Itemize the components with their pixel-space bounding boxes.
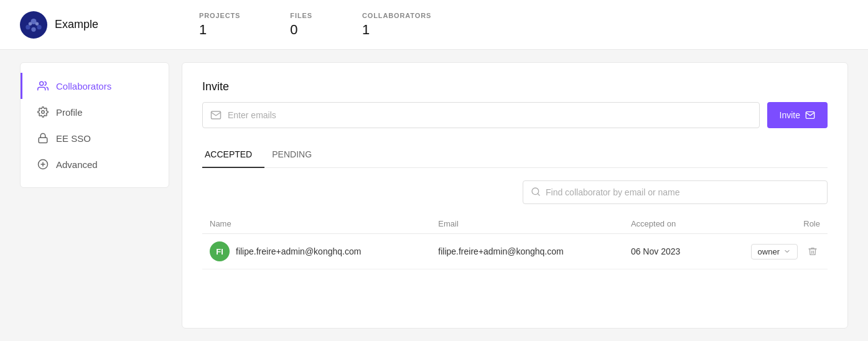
cell-name: FI filipe.freire+admin@konghq.com — [202, 234, 431, 269]
invite-input-wrap — [202, 102, 760, 128]
svg-point-4 — [31, 27, 35, 31]
invite-button-label: Invite — [780, 110, 800, 120]
sidebar-label-profile: Profile — [56, 107, 83, 118]
org-avatar — [20, 11, 47, 39]
sidebar-label-advanced: Advanced — [56, 159, 98, 170]
sidebar-item-advanced[interactable]: Advanced — [21, 151, 169, 177]
mail-icon — [210, 110, 222, 121]
sidebar-item-profile[interactable]: Profile — [21, 99, 169, 125]
svg-point-2 — [26, 25, 30, 29]
invite-title: Invite — [202, 80, 828, 93]
search-input[interactable] — [546, 187, 819, 197]
col-role: Role — [712, 214, 828, 234]
svg-point-3 — [37, 25, 41, 29]
stat-files: FILES 0 — [290, 12, 312, 38]
org-name: Example — [55, 18, 98, 31]
stat-projects-value: 1 — [199, 22, 240, 38]
svg-rect-9 — [39, 138, 47, 142]
sidebar: Collaborators Profile EE SSO — [20, 62, 169, 188]
stat-collaborators-value: 1 — [362, 22, 431, 38]
tab-accepted[interactable]: ACCEPTED — [202, 143, 264, 168]
sidebar-item-ee-sso[interactable]: EE SSO — [21, 125, 169, 151]
stat-collaborators: COLLABORATORS 1 — [362, 12, 431, 38]
svg-point-0 — [21, 12, 46, 37]
invite-mail-icon — [805, 110, 815, 120]
col-accepted-on: Accepted on — [623, 214, 712, 234]
cell-accepted-on: 06 Nov 2023 — [623, 234, 712, 269]
collaborators-table: Name Email Accepted on Role FI filipe.fr… — [202, 214, 828, 269]
stat-files-value: 0 — [290, 22, 312, 38]
content-panel: Invite Invite — [182, 62, 848, 329]
collaborators-icon — [37, 80, 49, 91]
search-icon — [531, 187, 541, 199]
email-input[interactable] — [228, 110, 752, 120]
cell-role: owner — [712, 234, 828, 269]
table-row: FI filipe.freire+admin@konghq.com filipe… — [202, 234, 828, 269]
tabs: ACCEPTED PENDING — [202, 143, 828, 168]
cell-email: filipe.freire+admin@konghq.com — [431, 234, 623, 269]
delete-button[interactable] — [805, 244, 820, 259]
col-email: Email — [431, 214, 623, 234]
role-badge[interactable]: owner — [751, 244, 798, 259]
main-layout: Collaborators Profile EE SSO — [0, 50, 868, 341]
role-label: owner — [758, 247, 780, 256]
stat-files-label: FILES — [290, 12, 312, 19]
svg-point-7 — [40, 82, 44, 85]
search-row — [202, 180, 828, 204]
stat-projects: PROJECTS 1 — [199, 12, 240, 38]
top-bar: Example PROJECTS 1 FILES 0 COLLABORATORS… — [0, 0, 868, 50]
svg-line-14 — [538, 194, 539, 195]
col-name: Name — [202, 214, 431, 234]
tab-pending[interactable]: PENDING — [269, 143, 324, 168]
stat-projects-label: PROJECTS — [199, 12, 240, 19]
profile-icon — [37, 106, 49, 118]
stat-collaborators-label: COLLABORATORS — [362, 12, 431, 19]
invite-button[interactable]: Invite — [767, 102, 828, 128]
sidebar-item-collaborators[interactable]: Collaborators — [21, 73, 169, 99]
user-avatar: FI — [210, 241, 230, 261]
plus-circle-icon — [37, 159, 49, 170]
svg-point-8 — [42, 111, 45, 114]
search-wrap — [523, 180, 828, 204]
chevron-down-icon — [783, 248, 791, 255]
invite-row: Invite — [202, 102, 828, 128]
sidebar-label-ee-sso: EE SSO — [56, 133, 91, 144]
svg-point-6 — [35, 22, 39, 25]
org-info: Example — [20, 11, 119, 39]
user-name: filipe.freire+admin@konghq.com — [236, 246, 361, 256]
stats-group: PROJECTS 1 FILES 0 COLLABORATORS 1 — [199, 12, 431, 38]
lock-icon — [37, 133, 49, 144]
trash-icon — [808, 246, 818, 256]
sidebar-label-collaborators: Collaborators — [56, 81, 111, 91]
svg-point-5 — [29, 22, 32, 25]
